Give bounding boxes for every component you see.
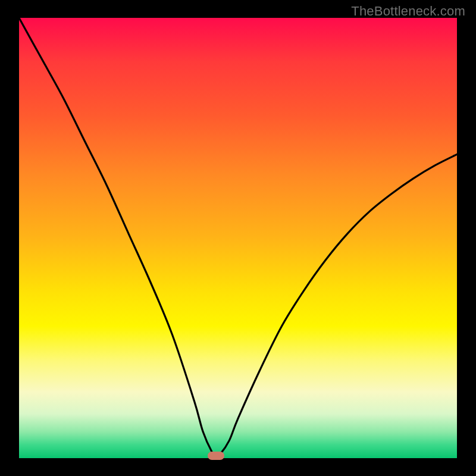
chart-frame: TheBottleneck.com <box>0 0 476 476</box>
optimum-marker <box>208 452 224 460</box>
watermark-text: TheBottleneck.com <box>351 4 465 19</box>
bottleneck-curve <box>19 18 457 458</box>
plot-area <box>19 18 457 458</box>
